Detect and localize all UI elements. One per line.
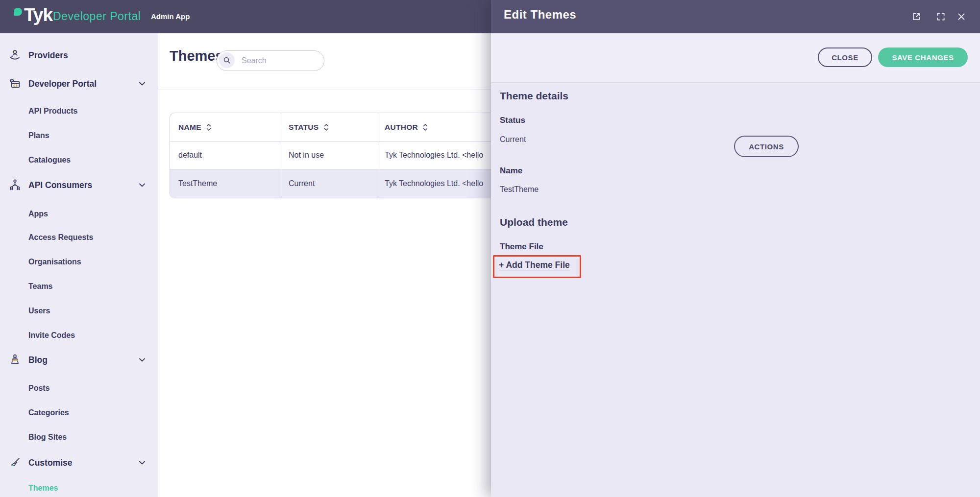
close-icon[interactable] bbox=[956, 12, 966, 22]
sidebar-item-label: API Consumers bbox=[28, 180, 92, 190]
sidebar-item-label: Blog bbox=[28, 355, 48, 365]
blog-icon bbox=[8, 353, 22, 366]
sidebar-item-label: Developer Portal bbox=[28, 79, 97, 89]
customise-icon bbox=[8, 456, 22, 469]
chevron-down-icon[interactable] bbox=[139, 183, 145, 187]
sidebar-item-label: Customise bbox=[28, 458, 72, 468]
developer-portal-icon bbox=[8, 77, 22, 90]
chevron-down-icon[interactable] bbox=[139, 461, 145, 465]
sidebar-item-apps[interactable]: Apps bbox=[0, 206, 158, 222]
drawer-header: Edit Themes bbox=[491, 0, 980, 33]
sidebar-item-plans[interactable]: Plans bbox=[0, 127, 158, 144]
external-link-icon[interactable] bbox=[911, 12, 921, 22]
column-label: NAME bbox=[178, 123, 201, 132]
sidebar-item-label: Access Requests bbox=[28, 233, 94, 242]
tyk-logo[interactable]: Tyk bbox=[14, 5, 48, 29]
sidebar-item-label: Plans bbox=[28, 131, 49, 140]
sidebar-item-users[interactable]: Users bbox=[0, 303, 158, 319]
sidebar-item-categories[interactable]: Categories bbox=[0, 404, 158, 421]
add-theme-file-link[interactable]: + Add Theme File bbox=[499, 260, 570, 270]
fullscreen-icon[interactable] bbox=[936, 12, 946, 22]
sidebar-item-providers[interactable]: Providers bbox=[0, 47, 158, 64]
sort-icon[interactable] bbox=[323, 123, 329, 131]
sidebar-item-blog-sites[interactable]: Blog Sites bbox=[0, 429, 158, 446]
save-changes-button[interactable]: SAVE CHANGES bbox=[878, 47, 968, 67]
search-input[interactable] bbox=[241, 51, 318, 71]
tyk-leaf-icon bbox=[14, 8, 22, 16]
sidebar-item-blog[interactable]: Blog bbox=[0, 352, 158, 368]
sort-icon[interactable] bbox=[422, 123, 428, 131]
sidebar-item-invite-codes[interactable]: Invite Codes bbox=[0, 327, 158, 344]
drawer-button-bar: CLOSE SAVE CHANGES bbox=[491, 33, 980, 83]
name-label: Name bbox=[500, 166, 522, 176]
sidebar-item-themes[interactable]: Themes bbox=[0, 480, 158, 497]
providers-icon bbox=[8, 48, 22, 62]
cell-name: TestTheme bbox=[170, 169, 281, 198]
sidebar: Providers Developer Portal API Products … bbox=[0, 33, 158, 497]
sidebar-item-teams[interactable]: Teams bbox=[0, 278, 158, 295]
sidebar-item-label: Posts bbox=[28, 384, 50, 393]
sidebar-item-access-requests[interactable]: Access Requests bbox=[0, 229, 158, 246]
sidebar-item-label: Catalogues bbox=[28, 156, 71, 165]
sidebar-item-label: Teams bbox=[28, 282, 53, 291]
column-label: AUTHOR bbox=[385, 123, 418, 132]
brand-title: Developer Portal bbox=[53, 10, 141, 23]
cell-status: Current bbox=[281, 169, 378, 198]
page-title: Themes bbox=[170, 48, 223, 64]
status-label: Status bbox=[500, 116, 525, 125]
actions-button[interactable]: ACTIONS bbox=[734, 136, 799, 157]
sidebar-item-label: Invite Codes bbox=[28, 331, 75, 340]
status-value: Current bbox=[500, 135, 526, 144]
sidebar-item-label: Categories bbox=[28, 408, 69, 417]
sidebar-item-label: Providers bbox=[28, 50, 68, 61]
cell-name: default bbox=[170, 142, 281, 169]
sidebar-item-customise[interactable]: Customise bbox=[0, 454, 158, 471]
column-header-status[interactable]: STATUS bbox=[281, 113, 378, 142]
name-value: TestTheme bbox=[500, 185, 539, 194]
theme-details-heading: Theme details bbox=[500, 90, 568, 102]
sidebar-item-label: Blog Sites bbox=[28, 433, 67, 442]
app-name: Admin App bbox=[151, 12, 190, 21]
sidebar-item-api-consumers[interactable]: API Consumers bbox=[0, 177, 158, 193]
edit-themes-drawer: Edit Themes CLOSE SAVE CHANGES Theme det… bbox=[491, 0, 980, 497]
theme-file-label: Theme File bbox=[500, 242, 543, 252]
close-button[interactable]: CLOSE bbox=[818, 47, 872, 67]
sidebar-item-label: API Products bbox=[28, 107, 77, 116]
api-consumers-icon bbox=[8, 178, 22, 191]
column-label: STATUS bbox=[289, 123, 319, 132]
column-header-name[interactable]: NAME bbox=[170, 113, 281, 142]
chevron-down-icon[interactable] bbox=[139, 82, 145, 86]
drawer-title: Edit Themes bbox=[504, 8, 576, 22]
sidebar-item-label: Users bbox=[28, 307, 50, 315]
chevron-down-icon[interactable] bbox=[139, 358, 145, 362]
logo-text: Tyk bbox=[24, 5, 52, 25]
sidebar-item-api-products[interactable]: API Products bbox=[0, 103, 158, 119]
search-box[interactable] bbox=[217, 50, 324, 71]
sidebar-item-label: Apps bbox=[28, 210, 48, 218]
sidebar-item-catalogues[interactable]: Catalogues bbox=[0, 152, 158, 168]
sidebar-item-label: Organisations bbox=[28, 258, 81, 266]
sidebar-item-label: Themes bbox=[28, 484, 58, 493]
search-icon bbox=[219, 52, 235, 68]
cell-status: Not in use bbox=[281, 142, 378, 169]
sort-icon[interactable] bbox=[206, 123, 212, 131]
sidebar-item-developer-portal[interactable]: Developer Portal bbox=[0, 75, 158, 92]
sidebar-item-posts[interactable]: Posts bbox=[0, 380, 158, 397]
sidebar-item-organisations[interactable]: Organisations bbox=[0, 254, 158, 270]
upload-theme-heading: Upload theme bbox=[500, 216, 568, 228]
